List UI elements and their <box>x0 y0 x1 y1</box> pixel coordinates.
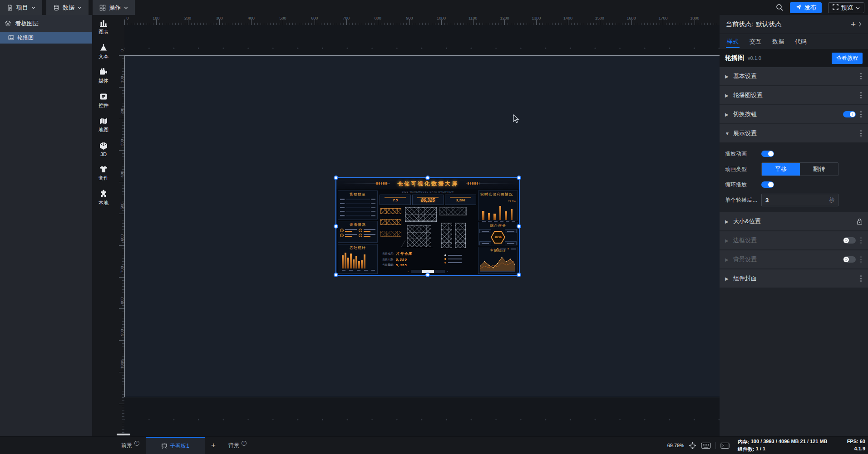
canvas[interactable]: 仓储可视化数据大屏 货物数量 设备情况 <box>115 15 720 436</box>
stay-duration-unit: 秒 <box>829 196 834 204</box>
section-label: 组件封面 <box>733 274 856 283</box>
add-board-button[interactable]: + <box>205 437 222 454</box>
h-ruler-label: 1800 <box>690 16 699 20</box>
layers-icon <box>5 20 11 27</box>
zoom-level[interactable]: 69.79% <box>667 443 684 448</box>
caret-right-icon: ▶ <box>725 257 730 262</box>
section-toggle[interactable] <box>843 256 856 263</box>
toolbox-item-label: 控件 <box>99 102 108 109</box>
play-animation-toggle[interactable] <box>761 151 774 157</box>
circle-plus-icon[interactable]: + <box>242 441 247 446</box>
add-state-button[interactable]: + <box>851 20 856 29</box>
lock-icon[interactable] <box>857 218 863 225</box>
keyboard-icon[interactable] <box>701 442 711 449</box>
section-大小&位置[interactable]: ▶大小&位置 <box>720 212 868 230</box>
animation-option-平移[interactable]: 平移 <box>762 163 800 176</box>
tab-代码[interactable]: 代码 <box>795 34 807 49</box>
play-animation-label: 播放动画 <box>725 150 761 158</box>
paper-plane-icon <box>795 4 802 11</box>
app-version: 4.1.9 <box>854 446 865 453</box>
v-ruler-label: 900 <box>120 326 124 339</box>
caret-right-icon: ▶ <box>725 74 730 79</box>
text-icon <box>99 44 108 52</box>
section-基本设置[interactable]: ▶基本设置 <box>720 67 868 85</box>
tab-数据[interactable]: 数据 <box>772 34 784 49</box>
caret-right-icon: ▶ <box>725 219 730 224</box>
circle-plus-icon[interactable]: + <box>134 441 139 446</box>
subboard-tab[interactable]: 子看板1 <box>146 437 205 454</box>
status-info: 内存: 100 / 3993 / 4096 MB 21 / 121 MB FPS… <box>734 437 868 454</box>
loop-play-toggle[interactable] <box>761 181 774 188</box>
animation-option-翻转[interactable]: 翻转 <box>800 163 838 176</box>
search-icon[interactable] <box>776 4 784 11</box>
tab-样式[interactable]: 样式 <box>727 34 739 49</box>
toolbox-item-地图[interactable]: 地图 <box>92 113 115 137</box>
fit-screen-icon[interactable] <box>689 442 696 449</box>
section-边框设置[interactable]: ▶边框设置 <box>720 231 868 249</box>
h-ruler-label: 300 <box>216 16 223 20</box>
caret-right-icon: ▶ <box>725 276 730 281</box>
foreground-tab[interactable]: 前景+ <box>115 437 146 454</box>
stay-duration-input[interactable]: 3 秒 <box>761 194 838 206</box>
minidash-warehouse-map <box>380 206 476 249</box>
section-背景设置[interactable]: ▶背景设置 <box>720 250 868 268</box>
preview-button[interactable]: 预览 <box>828 2 864 13</box>
h-ruler-label: 1400 <box>563 16 572 20</box>
inspector-tabs: 样式交互数据代码 <box>720 34 868 49</box>
publish-button[interactable]: 发布 <box>790 2 822 13</box>
h-ruler-label: 1300 <box>532 16 541 20</box>
carousel-component[interactable]: 仓储可视化数据大屏 货物数量 设备情况 <box>336 178 519 275</box>
chevron-right-icon[interactable] <box>858 22 862 27</box>
kebab-menu-icon[interactable] <box>859 128 863 138</box>
bottombar: 前景+ 子看板1 + 背景+ 69.79% <box>0 436 868 454</box>
toolbox-item-3D[interactable]: 3D <box>92 137 115 161</box>
memory-label: 内存: <box>738 439 750 445</box>
section-展示设置[interactable]: ▼展示设置 <box>720 124 868 142</box>
toolbox-item-控件[interactable]: 控件 <box>92 88 115 113</box>
menu-操作[interactable]: 操作 <box>93 0 135 15</box>
chevron-down-icon <box>856 4 860 11</box>
canvas-hscrollbar-thumb[interactable] <box>117 434 130 435</box>
toolbox-item-图表[interactable]: 图表 <box>92 15 115 39</box>
toolbox-item-label: 媒体 <box>99 78 108 84</box>
media-icon <box>99 68 108 76</box>
minidash-title: 仓储可视化数据大屏 <box>397 180 459 188</box>
current-state-value: 默认状态 <box>756 20 781 29</box>
caret-right-icon: ▶ <box>725 238 730 243</box>
kebab-menu-icon[interactable] <box>859 235 863 245</box>
menu-数据[interactable]: 数据 <box>46 0 89 15</box>
terminal-icon[interactable] <box>720 442 730 449</box>
toolbox-item-套件[interactable]: 套件 <box>92 161 115 186</box>
kebab-menu-icon[interactable] <box>859 109 863 119</box>
loop-play-label: 循环播放 <box>725 181 761 189</box>
section-轮播图设置[interactable]: ▶轮播图设置 <box>720 86 868 104</box>
kebab-menu-icon[interactable] <box>859 90 863 100</box>
toolbox-item-媒体[interactable]: 媒体 <box>92 64 115 88</box>
menu-项目[interactable]: 项目 <box>0 0 42 15</box>
layer-item-轮播图[interactable]: 轮播图 <box>0 32 92 44</box>
kit-icon <box>99 165 108 173</box>
easel-icon <box>161 443 168 449</box>
animation-type-segmented: 平移翻转 <box>761 162 838 176</box>
v-ruler-label: 300 <box>120 136 124 149</box>
section-toggle[interactable] <box>843 111 856 117</box>
section-切换按钮[interactable]: ▶切换按钮 <box>720 105 868 123</box>
h-ruler-label: 700 <box>343 16 350 20</box>
menu-label: 数据 <box>63 4 74 12</box>
tab-交互[interactable]: 交互 <box>750 34 761 49</box>
section-toggle[interactable] <box>843 237 856 244</box>
background-tab[interactable]: 背景+ <box>222 437 253 454</box>
section-组件封面[interactable]: ▶组件封面 <box>720 269 868 288</box>
minidash-stat-cards: 7.586,3253,286 <box>380 195 476 205</box>
kebab-menu-icon[interactable] <box>859 71 863 81</box>
chevron-down-icon <box>124 6 128 9</box>
layers-panel: 看板图层 轮播图 <box>0 15 92 436</box>
caret-right-icon: ▶ <box>725 112 730 117</box>
toolbox-item-本地[interactable]: 本地 <box>92 186 115 210</box>
view-tutorial-button[interactable]: 查看教程 <box>832 53 863 64</box>
toolbox-item-文本[interactable]: 文本 <box>92 39 115 64</box>
kebab-menu-icon[interactable] <box>859 254 863 264</box>
menu-label: 操作 <box>109 4 121 12</box>
h-ruler-label: 1000 <box>437 16 446 20</box>
kebab-menu-icon[interactable] <box>859 273 863 283</box>
